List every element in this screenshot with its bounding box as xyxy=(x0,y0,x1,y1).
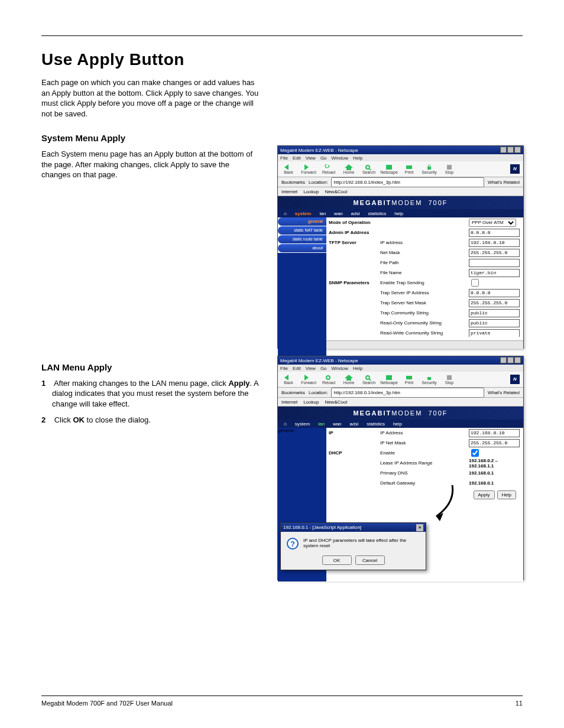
search-button-2[interactable]: Search xyxy=(362,375,376,385)
modal-ok-button[interactable]: OK xyxy=(322,555,352,565)
menu-window[interactable]: Window xyxy=(332,155,348,161)
svg-point-11 xyxy=(326,376,330,379)
menu-go[interactable]: Go xyxy=(320,155,327,161)
sidebar-route[interactable]: static route table xyxy=(278,235,326,243)
rw-comm-input[interactable] xyxy=(469,329,520,337)
svg-marker-1 xyxy=(304,164,309,170)
nav-adsl-2[interactable]: adsl xyxy=(350,421,359,427)
step-1-text-a: After making changes to the LAN menu pag… xyxy=(54,379,229,388)
nav-home-icon-2[interactable]: ⌂ xyxy=(284,421,287,427)
ro-comm-input[interactable] xyxy=(469,319,520,327)
netscape-button[interactable]: Netscape xyxy=(382,164,396,174)
system-form: Mode of OperationPPP Over ATM Admin IP A… xyxy=(326,217,520,337)
menu-edit-2[interactable]: Edit xyxy=(293,366,301,371)
search-button[interactable]: Search xyxy=(362,164,376,174)
lan-enable-checkbox[interactable] xyxy=(471,449,479,457)
nav-adsl[interactable]: adsl xyxy=(351,211,360,216)
system-menu-screenshot: Megabit Modem EZ-WEB - Netscape File Edi… xyxy=(277,145,524,349)
menu-go-2[interactable]: Go xyxy=(320,366,327,371)
menu-file[interactable]: File xyxy=(280,155,288,161)
browser-menubar-2[interactable]: File Edit View Go Window Help xyxy=(278,365,523,372)
link-internet-2[interactable]: Internet xyxy=(281,399,297,405)
location-input[interactable] xyxy=(331,177,484,187)
link-internet[interactable]: Internet xyxy=(281,189,297,194)
home-button-2[interactable]: Home xyxy=(342,375,356,385)
tftp-filepath-input[interactable] xyxy=(469,259,520,267)
stop-button[interactable]: Stop xyxy=(442,164,456,174)
sidebar-general[interactable]: general xyxy=(278,217,326,226)
lan-ip-mask-input[interactable] xyxy=(469,439,520,447)
trap-mask-input[interactable] xyxy=(469,299,520,307)
forward-button[interactable]: Forward xyxy=(302,164,316,174)
ro-comm-label: Read-Only Community String xyxy=(379,320,469,326)
nav-lan[interactable]: lan xyxy=(319,211,326,216)
whats-related[interactable]: What's Related xyxy=(488,180,520,185)
bookmarks-label-2[interactable]: Bookmarks xyxy=(281,390,305,395)
tftp-ip-input[interactable] xyxy=(469,239,520,247)
tftp-filename-input[interactable] xyxy=(469,269,520,277)
back-button-2[interactable]: Back xyxy=(281,375,296,385)
sidebar-about[interactable]: about xyxy=(278,244,326,252)
menu-file-2[interactable]: File xyxy=(280,366,288,371)
window-controls-2[interactable] xyxy=(500,357,521,365)
nav-wan[interactable]: wan xyxy=(334,211,343,216)
mode-select[interactable]: PPP Over ATM xyxy=(469,219,516,227)
security-button-2[interactable]: Security xyxy=(422,375,436,385)
menu-help[interactable]: Help xyxy=(353,155,362,161)
security-button[interactable]: Security xyxy=(422,164,436,174)
intro-paragraph: Each page on which you can make changes … xyxy=(41,77,260,119)
trap-enable-checkbox[interactable] xyxy=(471,279,479,287)
lan-apply-button[interactable]: Apply xyxy=(474,490,495,499)
bookmarks-label[interactable]: Bookmarks xyxy=(281,180,305,185)
nav-statistics-2[interactable]: statistics xyxy=(367,421,385,427)
tftp-filename-label: File Name xyxy=(379,270,469,275)
nav-home-icon[interactable]: ⌂ xyxy=(284,211,287,216)
stop-button-2[interactable]: Stop xyxy=(442,375,456,385)
nav-help-2[interactable]: help xyxy=(393,421,402,427)
trap-ip-input[interactable] xyxy=(469,289,520,297)
lan-ip-addr-input[interactable] xyxy=(469,429,520,437)
nav-lan-2[interactable]: lan xyxy=(318,421,325,427)
forward-button-2[interactable]: Forward xyxy=(302,375,316,385)
link-lookup-2[interactable]: Lookup xyxy=(303,399,319,405)
sidebar-general-2[interactable]: general xyxy=(278,428,326,433)
window-controls[interactable] xyxy=(500,147,521,154)
menu-view[interactable]: View xyxy=(306,155,316,161)
netscape-button-2[interactable]: Netscape xyxy=(382,375,396,385)
back-button[interactable]: Back xyxy=(281,164,296,174)
menu-view-2[interactable]: View xyxy=(306,366,316,371)
nav-statistics[interactable]: statistics xyxy=(368,211,386,216)
modal-cancel-button[interactable]: Cancel xyxy=(355,555,385,565)
tftp-netmask-input[interactable] xyxy=(469,249,520,257)
print-button[interactable]: Print xyxy=(402,164,416,174)
print-button-2[interactable]: Print xyxy=(402,375,416,385)
menu-help-2[interactable]: Help xyxy=(353,366,362,371)
browser-menubar[interactable]: File Edit View Go Window Help xyxy=(278,154,523,161)
step-2-text-b: to close the dialog. xyxy=(85,415,151,424)
nav-help[interactable]: help xyxy=(394,211,403,216)
link-lookup[interactable]: Lookup xyxy=(303,189,319,194)
modal-close-button[interactable]: × xyxy=(416,524,423,531)
trap-comm-input[interactable] xyxy=(469,309,520,317)
reload-button-2[interactable]: Reload xyxy=(322,375,336,385)
link-newcool-2[interactable]: New&Cool xyxy=(325,399,347,405)
menu-window-2[interactable]: Window xyxy=(332,366,348,371)
home-button[interactable]: Home xyxy=(342,164,356,174)
nav-wan-2[interactable]: wan xyxy=(333,421,342,427)
lan-apply-heading: LAN Menu Apply xyxy=(41,362,260,372)
lan-help-button[interactable]: Help xyxy=(497,490,516,499)
trap-ip-label: Trap Server IP Address xyxy=(379,290,469,295)
reload-button[interactable]: Reload xyxy=(322,164,336,174)
nav-system-2[interactable]: system xyxy=(295,421,310,427)
sidebar-nat[interactable]: static NAT table xyxy=(278,226,326,235)
trap-enable-label: Enable Trap Sending xyxy=(379,280,469,285)
lan-ip-label: IP xyxy=(326,430,379,436)
location-label-2: Location: xyxy=(309,390,328,395)
reset-confirmation-dialog: 192.168.0.1 - [JavaScript Application] ×… xyxy=(280,522,426,570)
admin-ip-input[interactable] xyxy=(469,229,520,237)
nav-system[interactable]: system xyxy=(295,211,312,216)
location-input-2[interactable] xyxy=(331,388,484,398)
link-newcool[interactable]: New&Cool xyxy=(325,189,347,194)
menu-edit[interactable]: Edit xyxy=(293,155,301,161)
whats-related-2[interactable]: What's Related xyxy=(488,390,520,395)
